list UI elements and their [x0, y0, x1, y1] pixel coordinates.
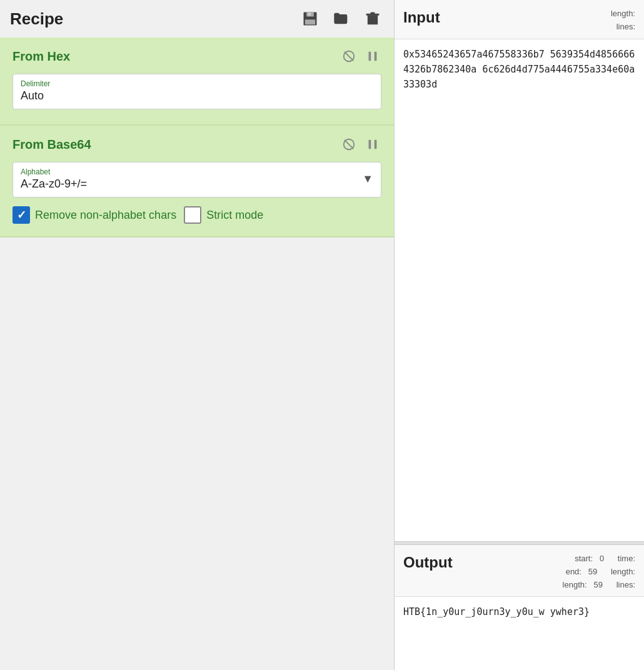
input-text: 0x53465243657a467558336b7 5639354d485666… [403, 49, 635, 90]
header-icons [299, 8, 384, 30]
svg-rect-9 [369, 52, 371, 61]
from-base64-header: From Base64 [13, 136, 381, 153]
from-base64-title: From Base64 [13, 138, 91, 152]
output-start-val: 0 [600, 554, 604, 563]
right-panel: Input length: lines: 0x53465243657a46755… [394, 0, 644, 670]
input-content[interactable]: 0x53465243657a467558336b7 5639354d485666… [395, 39, 644, 541]
output-length-label-top: length: [611, 567, 635, 576]
output-meta: start: 0 time: end: 59 length: length: 5… [453, 550, 635, 591]
checkmark-icon: ✓ [17, 209, 26, 221]
input-length-label: length: [611, 9, 635, 18]
trash-icon [364, 10, 381, 28]
output-start-label: start: [575, 554, 597, 563]
empty-recipe-area [0, 238, 394, 670]
open-button[interactable] [330, 8, 353, 30]
remove-non-alpha-box: ✓ [13, 206, 30, 224]
from-hex-header: From Hex [13, 48, 381, 65]
folder-icon [333, 10, 350, 28]
output-length-label: length: [563, 580, 591, 589]
strict-mode-box [184, 206, 201, 224]
strict-mode-checkbox[interactable]: Strict mode [184, 206, 263, 224]
pause-from-base64-button[interactable] [364, 136, 381, 153]
alphabet-dropdown[interactable]: Alphabet A-Za-z0-9+/= ▼ [13, 162, 381, 198]
strict-mode-label: Strict mode [206, 209, 263, 222]
save-button[interactable] [299, 8, 321, 30]
from-base64-controls [340, 136, 381, 153]
pause-icon-2 [366, 138, 380, 151]
input-header: Input length: lines: [395, 0, 644, 39]
from-hex-card: From Hex Delimiter Auto [0, 38, 394, 126]
disable-from-base64-button[interactable] [340, 136, 358, 153]
disable-icon-2 [342, 138, 356, 151]
remove-non-alpha-checkbox[interactable]: ✓ Remove non-alphabet chars [13, 206, 176, 224]
from-hex-title: From Hex [13, 49, 70, 64]
output-time-label: time: [618, 554, 635, 563]
remove-non-alpha-label: Remove non-alphabet chars [35, 209, 176, 222]
left-panel: Recipe [0, 0, 394, 670]
alphabet-label: Alphabet [21, 168, 362, 176]
output-section: Output start: 0 time: end: 59 length: le… [395, 545, 644, 670]
svg-line-12 [345, 140, 353, 149]
chevron-down-icon: ▼ [362, 172, 373, 186]
pause-icon [366, 49, 380, 63]
output-end-label: end: [566, 567, 586, 576]
output-header: Output start: 0 time: end: 59 length: le… [395, 545, 644, 597]
input-meta: length: lines: [453, 5, 635, 34]
output-length-val: 59 [594, 580, 603, 589]
delimiter-label: Delimiter [21, 79, 373, 88]
output-text: HTB{1n_y0ur_j0urn3y_y0u_w ywher3} [403, 606, 590, 618]
svg-rect-4 [368, 15, 378, 24]
disable-icon [342, 49, 356, 63]
input-lines-label: lines: [616, 22, 635, 31]
output-end-val: 59 [588, 567, 597, 576]
pause-from-hex-button[interactable] [364, 48, 381, 65]
svg-rect-6 [371, 12, 375, 14]
delimiter-field: Delimiter Auto [13, 74, 381, 109]
disable-from-hex-button[interactable] [340, 48, 358, 65]
recipe-header: Recipe [0, 0, 394, 38]
svg-rect-13 [369, 140, 371, 149]
svg-line-8 [345, 52, 353, 61]
output-lines-label: lines: [616, 580, 635, 589]
svg-rect-3 [305, 19, 315, 24]
recipe-title: Recipe [10, 9, 299, 29]
input-title: Input [403, 5, 453, 26]
alphabet-value: A-Za-z0-9+/= [21, 178, 362, 191]
output-content[interactable]: HTB{1n_y0ur_j0urn3y_y0u_w ywher3} [395, 597, 644, 627]
delimiter-value: Auto [21, 89, 373, 102]
delete-button[interactable] [361, 8, 384, 30]
alphabet-inner: Alphabet A-Za-z0-9+/= [21, 168, 362, 191]
svg-rect-2 [308, 12, 311, 16]
svg-rect-10 [375, 52, 377, 61]
from-base64-card: From Base64 Alphabet [0, 126, 394, 238]
save-icon [301, 10, 319, 28]
base64-options-row: ✓ Remove non-alphabet chars Strict mode [13, 206, 381, 224]
from-hex-controls [340, 48, 381, 65]
output-title: Output [403, 550, 453, 571]
svg-rect-14 [375, 140, 377, 149]
